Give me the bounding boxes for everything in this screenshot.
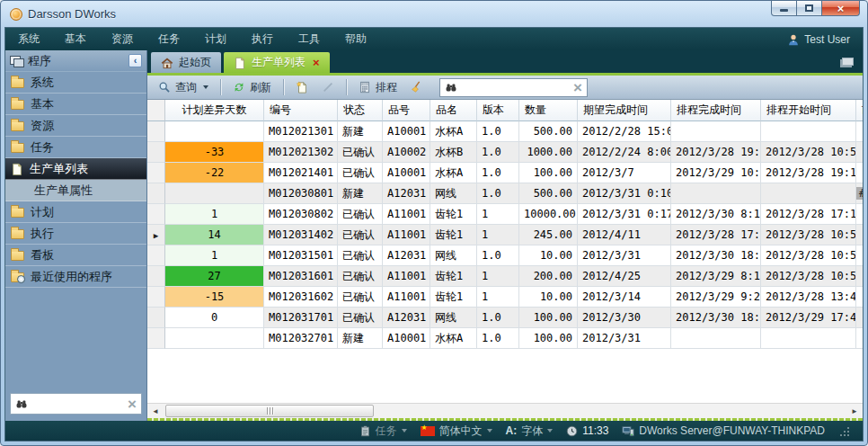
cell-extra[interactable] [856,163,863,183]
cell-extra[interactable] [856,328,863,349]
table-row[interactable]: 27M012031601已确认A11001齿轮11200.002012/4/25… [147,266,863,287]
sidebar-item[interactable]: 基本 [5,94,146,115]
row-selector[interactable] [147,183,165,204]
cell-item_no[interactable]: A10001 [383,328,430,349]
cell-no[interactable]: M012031701 [264,308,338,328]
cell-due[interactable]: 2012/3/14 [578,287,671,308]
column-header-no[interactable]: 编号 [264,100,338,121]
table-row[interactable]: 1M012030802已确认A11001齿轮1110000.002012/3/3… [147,204,863,225]
cell-item_no[interactable]: A11001 [383,225,430,245]
row-selector[interactable] [147,121,165,142]
cell-qty[interactable]: 500.00 [519,183,578,204]
cell-item_name[interactable]: 齿轮1 [430,204,477,225]
cell-version[interactable]: 1.0 [477,142,519,163]
cell-item_no[interactable]: A12031 [383,308,430,328]
cell-item_name[interactable]: 水杯A [430,328,477,349]
sidebar-item[interactable]: 生产单列表 [5,158,146,180]
sidebar-item[interactable]: 系统 [5,72,146,94]
toolbar-search-clear-icon[interactable]: × [573,80,582,95]
cell-due[interactable]: 2012/3/7 [578,163,671,183]
edit-button[interactable] [317,78,339,97]
cell-sched_end[interactable]: 2012/3/29 10:20 [671,163,761,183]
cell-no[interactable]: M012031602 [264,287,338,308]
cell-extra[interactable] [856,287,863,308]
cell-version[interactable]: 1.0 [477,183,519,204]
cell-item_no[interactable]: A10001 [383,163,430,183]
menu-item[interactable]: 工具 [298,31,320,47]
column-header-diff[interactable]: 计划差异天数 [165,100,264,121]
refresh-button[interactable]: 刷新 [228,78,276,97]
cell-status[interactable]: 已确认 [338,245,383,266]
cell-item_no[interactable]: A10002 [383,142,430,163]
menu-item[interactable]: 帮助 [345,31,367,47]
cell-extra[interactable] [856,142,863,163]
cell-extra[interactable]: # [856,183,863,204]
cell-diff[interactable] [165,121,264,142]
cell-diff[interactable]: -22 [165,163,264,183]
cell-status[interactable]: 已确认 [338,142,383,163]
cell-no[interactable]: M012030801 [264,183,338,204]
cell-version[interactable]: 1.0 [477,328,519,349]
cell-sched_start[interactable]: 2012/3/28 13:40 [761,287,856,308]
cell-sched_start[interactable]: 2012/3/28 10:52 [761,245,856,266]
table-row[interactable]: ▶14M012031402已确认A11001齿轮11245.002012/4/1… [147,225,863,245]
toolbar-search-input[interactable] [462,81,569,94]
sidebar-search-clear-icon[interactable]: × [128,397,137,412]
cell-sched_start[interactable]: 2012/3/28 10:52 [761,266,856,287]
table-row[interactable]: 1M012031501已确认A12031网线1.010.002012/3/312… [147,245,863,266]
cell-version[interactable]: 1 [477,287,519,308]
cell-item_name[interactable]: 齿轮1 [430,266,477,287]
sidebar-item[interactable]: 最近使用的程序 [5,266,146,288]
row-selector[interactable] [147,266,165,287]
status-font-menu[interactable]: A: 字体 [506,424,554,439]
cell-qty[interactable]: 10000.00 [519,204,578,225]
cell-no[interactable]: M012021401 [264,163,338,183]
cell-sched_start[interactable] [761,183,856,204]
cell-qty[interactable]: 500.00 [519,121,578,142]
row-selector[interactable] [147,204,165,225]
cell-sched_start[interactable]: 2012/3/28 19:10 [761,163,856,183]
column-header-sched_start[interactable]: 排程开始时间 [761,100,856,121]
cell-sched_start[interactable]: 2012/3/28 10:52 [761,142,856,163]
column-header-qty[interactable]: 数量 [519,100,578,121]
scrollbar-thumb[interactable] [165,405,374,417]
cell-sched_start[interactable]: 2012/3/28 10:52 [761,225,856,245]
cell-sched_end[interactable]: 2012/3/29 8:15 [671,266,761,287]
status-server[interactable]: DWorks Server@FUNWAY-THINKPAD [622,424,825,437]
new-button[interactable] [291,78,313,97]
cell-version[interactable]: 1 [477,266,519,287]
column-header-item_name[interactable]: 品名 [430,100,477,121]
cell-qty[interactable]: 100.00 [519,163,578,183]
sidebar-collapse-button[interactable]: ‹ [128,54,142,67]
minimize-button[interactable] [771,1,797,16]
cell-diff[interactable]: 27 [165,266,264,287]
sidebar-search-box[interactable]: × [10,393,142,415]
cell-no[interactable]: M012032701 [264,328,338,349]
column-header-sched_end[interactable]: 排程完成时间 [671,100,761,121]
cell-sched_end[interactable] [671,121,761,142]
horizontal-scrollbar[interactable]: ◄ ► [147,403,863,418]
cell-sched_end[interactable]: 2012/3/28 19:10 [671,142,761,163]
cell-sched_end[interactable]: 2012/3/30 8:15 [671,204,761,225]
resize-grip[interactable] [840,426,850,436]
sidebar-item[interactable]: 资源 [5,115,146,137]
cell-item_name[interactable]: 水杯A [430,163,477,183]
cell-qty[interactable]: 200.00 [519,266,578,287]
title-bar[interactable]: Darsson DWorks × [1,1,867,27]
cell-version[interactable]: 1.0 [477,308,519,328]
cell-item_name[interactable]: 网线 [430,245,477,266]
tab-close-icon[interactable]: × [313,57,320,68]
cell-item_no[interactable]: A11001 [383,287,430,308]
cell-status[interactable]: 新建 [338,121,383,142]
cell-item_name[interactable]: 水杯A [430,121,477,142]
column-header-item_no[interactable]: 品号 [383,100,430,121]
table-row[interactable]: M012032701新建A10001水杯A1.0100.002012/3/31 [147,328,863,349]
toolbar-search-box[interactable]: × [439,78,588,97]
menu-item[interactable]: 系统 [18,31,40,47]
row-selector[interactable] [147,245,165,266]
scroll-right-icon[interactable]: ► [846,404,863,418]
cell-item_name[interactable]: 网线 [430,183,477,204]
cell-diff[interactable]: 1 [165,245,264,266]
cell-due[interactable]: 2012/3/31 0:17 [578,204,671,225]
cell-version[interactable]: 1 [477,204,519,225]
